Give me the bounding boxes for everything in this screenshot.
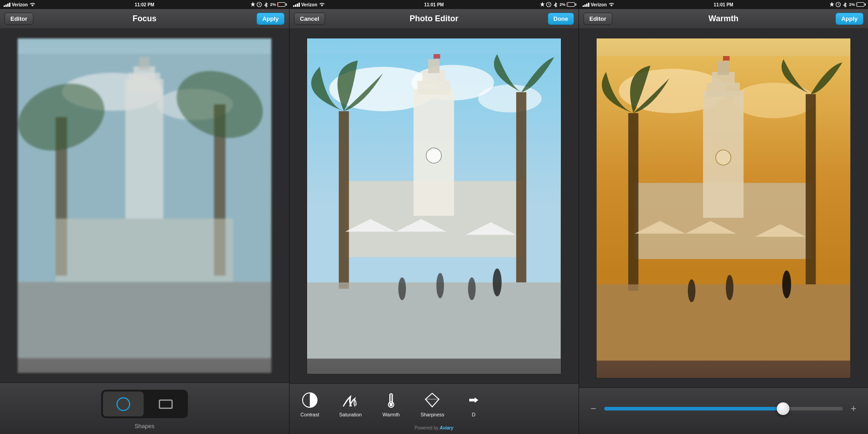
tool-contrast[interactable]: Contrast [289,387,330,420]
time-p2: 11:01 PM [424,2,443,7]
credit-text: Powered by [415,425,439,430]
nav-title-p3: Warmth [709,14,738,24]
svg-rect-68 [597,56,850,360]
slider-minus-btn[interactable]: − [588,403,599,415]
svg-point-27 [426,148,442,163]
status-right-p3: 2% [830,2,864,7]
battery-icon-p1 [277,2,285,7]
svg-point-15 [117,398,130,410]
nav-bar-panel2: Cancel Photo Editor Done [289,9,579,29]
svg-point-69 [688,279,695,302]
battery-icon-p3 [856,2,864,7]
svg-line-49 [432,393,439,399]
svg-point-21 [478,85,541,113]
panel-photo-editor: Verizon 11:01 PM 2% Cancel Photo Editor … [289,0,579,434]
editor-button-p3[interactable]: Editor [583,13,612,25]
tools-bar: Contrast Saturation [289,384,579,424]
carrier-p2: Verizon [301,2,317,7]
done-button[interactable]: Done [548,13,574,25]
scene-svg-p1 [18,38,271,373]
contrast-icon [300,390,320,410]
warmth-label: Warmth [383,412,400,417]
time-p3: 11:01 PM [714,2,733,7]
battery-pct-p1: 2% [270,2,276,7]
tool-warmth[interactable]: Warmth [371,387,411,420]
scene-svg-p3 [597,38,850,378]
svg-point-37 [437,273,444,298]
panel-warmth: Verizon 11:01 PM 2% Editor Warmth Apply [579,0,868,434]
more-label: D [472,412,476,417]
tool-saturation[interactable]: Saturation [330,387,371,420]
rect-shape-btn[interactable] [145,392,186,416]
signal-bars-p3 [583,2,589,7]
status-left-p3: Verizon [583,2,615,7]
sharpness-label: Sharpness [420,412,444,417]
svg-rect-30 [339,111,349,289]
aviary-credit: Powered by Aviary [289,424,579,434]
saturation-icon [341,390,360,410]
svg-point-39 [493,268,502,296]
rect-shape-icon [157,395,175,413]
svg-line-48 [425,393,432,399]
cancel-button[interactable]: Cancel [294,13,325,25]
location-icon-p2 [540,2,545,7]
photo-area-p1 [0,29,289,382]
nav-bar-panel1: Editor Focus Apply [0,9,289,29]
svg-point-71 [782,270,791,298]
bottom-bar-p1: Shapes [0,382,289,434]
photo-frame-p2 [307,38,561,375]
editor-button-p1[interactable]: Editor [5,13,33,25]
carrier-p3: Verizon [591,2,607,7]
wifi-icon-p3 [608,2,615,7]
bottom-bar-p3: − + [579,387,868,434]
svg-rect-35 [307,282,560,358]
bottom-bar-p2: Contrast Saturation [289,383,579,434]
carrier-p1: Verizon [12,2,28,7]
nav-title-p1: Focus [132,14,156,24]
bluetooth-icon-p2 [553,2,558,7]
aviary-brand: Aviary [440,425,454,430]
clock-icon-p2 [546,2,551,7]
circle-shape-icon [114,395,132,413]
svg-point-45 [390,403,393,406]
svg-marker-46 [425,393,439,407]
status-right-p1: 2% [251,2,285,7]
photo-frame-p1 [17,38,271,374]
photo-frame-p3 [596,38,850,378]
slider-bar: − + [579,396,868,421]
slider-track [604,407,843,410]
status-bar-panel2: Verizon 11:01 PM 2% [289,0,579,9]
tool-more[interactable]: D [453,387,494,420]
location-icon-p3 [830,2,834,7]
svg-rect-31 [516,92,526,282]
nav-title-p2: Photo Editor [410,14,458,24]
clock-icon-p3 [835,2,841,7]
more-icon [464,390,484,410]
slider-thumb[interactable] [777,402,789,415]
clock-icon-p1 [257,2,262,7]
status-bar-panel1: Verizon 11:02 PM 2% [0,0,289,9]
svg-point-70 [726,275,734,300]
warmth-icon [381,390,401,410]
slider-plus-btn[interactable]: + [848,403,859,415]
status-right-p2: 2% [540,2,575,7]
photo-area-p3 [579,29,868,387]
svg-rect-16 [159,400,172,408]
shapes-toggle [101,390,188,418]
status-bar-panel3: Verizon 11:01 PM 2% [579,0,868,9]
svg-rect-29 [434,54,440,58]
bluetooth-icon-p1 [263,2,269,7]
apply-button-p3[interactable]: Apply [835,13,863,25]
tool-sharpness[interactable]: Sharpness [411,387,453,420]
circle-shape-btn[interactable] [103,392,144,416]
location-icon-p1 [251,2,255,7]
battery-pct-p3: 2% [849,2,855,7]
sharpness-icon [422,390,442,410]
signal-bars-p2 [293,2,300,7]
svg-point-38 [468,277,476,300]
contrast-label: Contrast [300,412,319,417]
photo-area-p2 [289,29,579,383]
apply-button-p1[interactable]: Apply [257,13,285,25]
signal-bars-p1 [4,2,10,7]
bluetooth-icon-p3 [842,2,848,7]
